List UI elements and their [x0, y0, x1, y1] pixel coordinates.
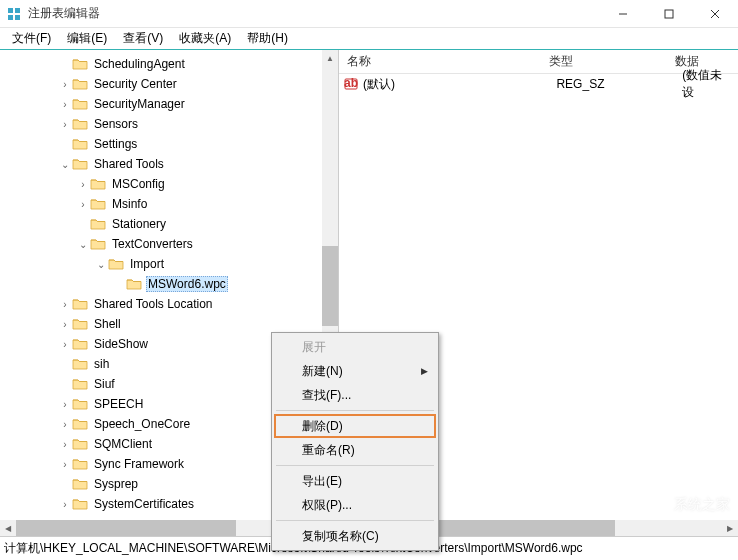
tree-item-label: SystemCertificates: [92, 496, 196, 512]
menu-view[interactable]: 查看(V): [115, 28, 171, 49]
svg-rect-2: [8, 15, 13, 20]
tree-item-label: Speech_OneCore: [92, 416, 192, 432]
ctx-new[interactable]: 新建(N)▶: [274, 359, 436, 383]
expand-icon[interactable]: ›: [76, 199, 90, 210]
tree-item[interactable]: MSWord6.wpc: [4, 274, 338, 294]
ctx-export[interactable]: 导出(E): [274, 469, 436, 493]
folder-icon: [72, 97, 88, 111]
expand-icon[interactable]: ›: [58, 399, 72, 410]
submenu-arrow-icon: ▶: [421, 366, 428, 376]
tree-item[interactable]: ›SecurityManager: [4, 94, 338, 114]
tree-item-label: SPEECH: [92, 396, 145, 412]
tree-item[interactable]: ›Sensors: [4, 114, 338, 134]
column-name[interactable]: 名称: [339, 50, 541, 74]
expand-icon[interactable]: ›: [58, 419, 72, 430]
tree-item[interactable]: ›Shell: [4, 314, 338, 334]
expand-icon[interactable]: ›: [58, 339, 72, 350]
tree-item-label: MSWord6.wpc: [146, 276, 228, 292]
column-type[interactable]: 类型: [541, 50, 667, 74]
folder-icon: [72, 497, 88, 511]
maximize-button[interactable]: [646, 0, 692, 28]
window-title: 注册表编辑器: [28, 5, 600, 22]
tree-item[interactable]: Settings: [4, 134, 338, 154]
title-bar: 注册表编辑器: [0, 0, 738, 28]
folder-icon: [126, 277, 142, 291]
content-area: SchedulingAgent›Security Center›Security…: [0, 50, 738, 536]
folder-icon: [72, 377, 88, 391]
scroll-up-button[interactable]: ▲: [322, 50, 338, 66]
svg-rect-3: [15, 15, 20, 20]
tree-item-label: sih: [92, 356, 111, 372]
menu-favorites[interactable]: 收藏夹(A): [171, 28, 239, 49]
expand-icon[interactable]: ›: [58, 459, 72, 470]
ctx-expand: 展开: [274, 335, 436, 359]
expand-icon[interactable]: ›: [58, 119, 72, 130]
tree-item-label: SecurityManager: [92, 96, 187, 112]
folder-icon: [72, 417, 88, 431]
tree-item-label: Sysprep: [92, 476, 140, 492]
ctx-separator: [276, 520, 434, 521]
tree-item[interactable]: ⌄Import: [4, 254, 338, 274]
ctx-find[interactable]: 查找(F)...: [274, 383, 436, 407]
folder-icon: [72, 77, 88, 91]
scroll-thumb[interactable]: [322, 246, 338, 326]
tree-item[interactable]: ›Security Center: [4, 74, 338, 94]
tree-item-label: Settings: [92, 136, 139, 152]
tree-item[interactable]: ›Msinfo: [4, 194, 338, 214]
ctx-rename[interactable]: 重命名(R): [274, 438, 436, 462]
expand-icon[interactable]: ›: [58, 299, 72, 310]
tree-item-label: Security Center: [92, 76, 179, 92]
menu-file[interactable]: 文件(F): [4, 28, 59, 49]
value-name: (默认): [363, 76, 557, 93]
scroll-right-button[interactable]: ▶: [722, 520, 738, 536]
tree-item[interactable]: ›Shared Tools Location: [4, 294, 338, 314]
tree-item[interactable]: SchedulingAgent: [4, 54, 338, 74]
folder-icon: [72, 397, 88, 411]
expand-icon[interactable]: ›: [76, 179, 90, 190]
folder-icon: [72, 317, 88, 331]
values-header: 名称 类型 数据: [339, 50, 738, 74]
tree-item[interactable]: ›MSConfig: [4, 174, 338, 194]
tree-item-label: SchedulingAgent: [92, 56, 187, 72]
app-icon: [6, 6, 22, 22]
collapse-icon[interactable]: ⌄: [58, 159, 72, 170]
window-buttons: [600, 0, 738, 28]
ctx-delete[interactable]: 删除(D): [274, 414, 436, 438]
menu-help[interactable]: 帮助(H): [239, 28, 296, 49]
context-menu: 展开 新建(N)▶ 查找(F)... 删除(D) 重命名(R) 导出(E) 权限…: [271, 332, 439, 551]
tree-item-label: Stationery: [110, 216, 168, 232]
ctx-separator: [276, 465, 434, 466]
folder-icon: [108, 257, 124, 271]
ctx-separator: [276, 410, 434, 411]
folder-icon: [72, 117, 88, 131]
expand-icon[interactable]: ›: [58, 99, 72, 110]
svg-rect-0: [8, 8, 13, 13]
tree-item-label: SideShow: [92, 336, 150, 352]
expand-icon[interactable]: ›: [58, 319, 72, 330]
folder-icon: [72, 457, 88, 471]
tree-item[interactable]: ⌄TextConverters: [4, 234, 338, 254]
tree-item[interactable]: Stationery: [4, 214, 338, 234]
tree-item-label: Shared Tools Location: [92, 296, 215, 312]
minimize-button[interactable]: [600, 0, 646, 28]
collapse-icon[interactable]: ⌄: [76, 239, 90, 250]
tree-item-label: MSConfig: [110, 176, 167, 192]
close-button[interactable]: [692, 0, 738, 28]
scroll-left-button[interactable]: ◀: [0, 520, 16, 536]
expand-icon[interactable]: ›: [58, 499, 72, 510]
folder-icon: [72, 437, 88, 451]
folder-icon: [90, 177, 106, 191]
ctx-permissions[interactable]: 权限(P)...: [274, 493, 436, 517]
tree-item[interactable]: ⌄Shared Tools: [4, 154, 338, 174]
value-row[interactable]: ab (默认) REG_SZ (数值未设: [339, 74, 738, 94]
collapse-icon[interactable]: ⌄: [94, 259, 108, 270]
expand-icon[interactable]: ›: [58, 439, 72, 450]
folder-icon: [90, 217, 106, 231]
folder-icon: [90, 237, 106, 251]
folder-icon: [72, 57, 88, 71]
menu-bar: 文件(F) 编辑(E) 查看(V) 收藏夹(A) 帮助(H): [0, 28, 738, 50]
expand-icon[interactable]: ›: [58, 79, 72, 90]
menu-edit[interactable]: 编辑(E): [59, 28, 115, 49]
ctx-copy-key-name[interactable]: 复制项名称(C): [274, 524, 436, 548]
scroll-thumb[interactable]: [16, 520, 236, 536]
